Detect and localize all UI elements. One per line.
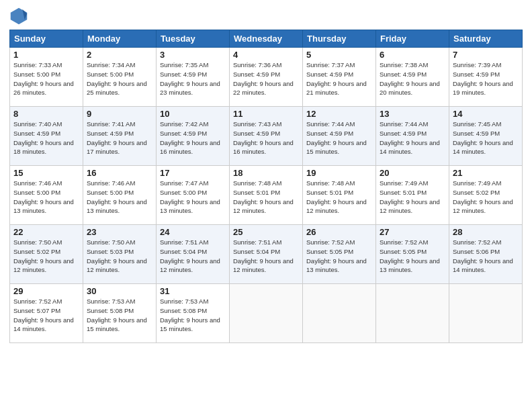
calendar-day-cell [376, 284, 449, 343]
day-of-week-header: Monday [83, 30, 157, 48]
day-number: 16 [87, 168, 152, 178]
calendar-day-cell: 12 Sunrise: 7:44 AM Sunset: 4:59 PM Dayl… [303, 107, 376, 166]
day-number: 1 [13, 50, 79, 60]
calendar-table: SundayMondayTuesdayWednesdayThursdayFrid… [9, 30, 523, 343]
calendar-day-cell [303, 284, 376, 343]
day-info: Sunrise: 7:44 AM Sunset: 4:59 PM Dayligh… [306, 120, 372, 156]
day-number: 5 [306, 50, 372, 60]
day-number: 9 [87, 109, 152, 119]
day-number: 4 [233, 50, 299, 60]
day-number: 27 [380, 227, 445, 237]
calendar-week-row: 15 Sunrise: 7:46 AM Sunset: 5:00 PM Dayl… [10, 166, 523, 225]
header [9, 7, 523, 26]
day-number: 14 [453, 109, 519, 119]
calendar-day-cell: 29 Sunrise: 7:52 AM Sunset: 5:07 PM Dayl… [10, 284, 83, 343]
day-info: Sunrise: 7:38 AM Sunset: 4:59 PM Dayligh… [380, 60, 445, 97]
day-number: 20 [380, 168, 445, 178]
day-number: 19 [306, 168, 372, 178]
calendar-day-cell: 24 Sunrise: 7:51 AM Sunset: 5:04 PM Dayl… [157, 225, 230, 284]
day-of-week-header: Sunday [10, 30, 83, 48]
day-number: 15 [13, 168, 79, 178]
day-info: Sunrise: 7:48 AM Sunset: 5:01 PM Dayligh… [306, 179, 372, 216]
calendar-day-cell: 4 Sunrise: 7:36 AM Sunset: 4:59 PM Dayli… [230, 48, 303, 107]
day-number: 22 [13, 227, 79, 237]
day-number: 29 [13, 286, 79, 296]
calendar-day-cell: 21 Sunrise: 7:49 AM Sunset: 5:02 PM Dayl… [449, 166, 523, 225]
day-info: Sunrise: 7:51 AM Sunset: 5:04 PM Dayligh… [233, 238, 299, 275]
day-info: Sunrise: 7:33 AM Sunset: 5:00 PM Dayligh… [13, 60, 79, 97]
calendar-day-cell: 8 Sunrise: 7:40 AM Sunset: 4:59 PM Dayli… [10, 107, 83, 166]
day-info: Sunrise: 7:46 AM Sunset: 5:00 PM Dayligh… [13, 179, 79, 216]
day-info: Sunrise: 7:47 AM Sunset: 5:00 PM Dayligh… [160, 179, 226, 216]
day-number: 10 [160, 109, 226, 119]
day-info: Sunrise: 7:35 AM Sunset: 4:59 PM Dayligh… [160, 60, 226, 97]
day-info: Sunrise: 7:52 AM Sunset: 5:05 PM Dayligh… [306, 238, 372, 275]
day-number: 30 [87, 286, 152, 296]
calendar-day-cell: 31 Sunrise: 7:53 AM Sunset: 5:08 PM Dayl… [157, 284, 230, 343]
calendar-day-cell: 26 Sunrise: 7:52 AM Sunset: 5:05 PM Dayl… [303, 225, 376, 284]
day-number: 3 [160, 50, 226, 60]
day-number: 25 [233, 227, 299, 237]
day-number: 12 [306, 109, 372, 119]
calendar-week-row: 1 Sunrise: 7:33 AM Sunset: 5:00 PM Dayli… [10, 48, 523, 107]
day-info: Sunrise: 7:43 AM Sunset: 4:59 PM Dayligh… [233, 120, 299, 156]
day-info: Sunrise: 7:53 AM Sunset: 5:08 PM Dayligh… [160, 297, 226, 334]
calendar-day-cell: 19 Sunrise: 7:48 AM Sunset: 5:01 PM Dayl… [303, 166, 376, 225]
calendar-header-row: SundayMondayTuesdayWednesdayThursdayFrid… [10, 30, 523, 48]
day-info: Sunrise: 7:34 AM Sunset: 5:00 PM Dayligh… [87, 60, 152, 97]
day-info: Sunrise: 7:49 AM Sunset: 5:02 PM Dayligh… [453, 179, 519, 216]
calendar-day-cell: 15 Sunrise: 7:46 AM Sunset: 5:00 PM Dayl… [10, 166, 83, 225]
day-info: Sunrise: 7:44 AM Sunset: 4:59 PM Dayligh… [380, 120, 445, 156]
day-info: Sunrise: 7:37 AM Sunset: 4:59 PM Dayligh… [306, 60, 372, 97]
calendar-day-cell: 1 Sunrise: 7:33 AM Sunset: 5:00 PM Dayli… [10, 48, 83, 107]
calendar-day-cell: 7 Sunrise: 7:39 AM Sunset: 4:59 PM Dayli… [449, 48, 523, 107]
calendar-day-cell: 17 Sunrise: 7:47 AM Sunset: 5:00 PM Dayl… [157, 166, 230, 225]
day-info: Sunrise: 7:52 AM Sunset: 5:05 PM Dayligh… [380, 238, 445, 275]
logo [9, 7, 31, 26]
day-number: 31 [160, 286, 226, 296]
calendar-day-cell: 30 Sunrise: 7:53 AM Sunset: 5:08 PM Dayl… [83, 284, 157, 343]
day-info: Sunrise: 7:50 AM Sunset: 5:03 PM Dayligh… [87, 238, 152, 275]
day-info: Sunrise: 7:48 AM Sunset: 5:01 PM Dayligh… [233, 179, 299, 216]
day-info: Sunrise: 7:50 AM Sunset: 5:02 PM Dayligh… [13, 238, 79, 275]
calendar-day-cell: 6 Sunrise: 7:38 AM Sunset: 4:59 PM Dayli… [376, 48, 449, 107]
calendar-day-cell: 27 Sunrise: 7:52 AM Sunset: 5:05 PM Dayl… [376, 225, 449, 284]
day-number: 28 [453, 227, 519, 237]
day-info: Sunrise: 7:40 AM Sunset: 4:59 PM Dayligh… [13, 120, 79, 156]
calendar-day-cell: 28 Sunrise: 7:52 AM Sunset: 5:06 PM Dayl… [449, 225, 523, 284]
day-of-week-header: Friday [376, 30, 449, 48]
calendar-day-cell: 11 Sunrise: 7:43 AM Sunset: 4:59 PM Dayl… [230, 107, 303, 166]
calendar-day-cell: 20 Sunrise: 7:49 AM Sunset: 5:01 PM Dayl… [376, 166, 449, 225]
calendar-day-cell: 2 Sunrise: 7:34 AM Sunset: 5:00 PM Dayli… [83, 48, 157, 107]
day-number: 26 [306, 227, 372, 237]
day-info: Sunrise: 7:49 AM Sunset: 5:01 PM Dayligh… [380, 179, 445, 216]
calendar-week-row: 29 Sunrise: 7:52 AM Sunset: 5:07 PM Dayl… [10, 284, 523, 343]
calendar-day-cell: 14 Sunrise: 7:45 AM Sunset: 4:59 PM Dayl… [449, 107, 523, 166]
day-number: 7 [453, 50, 519, 60]
day-of-week-header: Wednesday [230, 30, 303, 48]
day-info: Sunrise: 7:39 AM Sunset: 4:59 PM Dayligh… [453, 60, 519, 97]
day-info: Sunrise: 7:52 AM Sunset: 5:07 PM Dayligh… [13, 297, 79, 334]
day-info: Sunrise: 7:52 AM Sunset: 5:06 PM Dayligh… [453, 238, 519, 275]
calendar-day-cell: 22 Sunrise: 7:50 AM Sunset: 5:02 PM Dayl… [10, 225, 83, 284]
calendar-day-cell: 9 Sunrise: 7:41 AM Sunset: 4:59 PM Dayli… [83, 107, 157, 166]
day-number: 6 [380, 50, 445, 60]
day-info: Sunrise: 7:46 AM Sunset: 5:00 PM Dayligh… [87, 179, 152, 216]
calendar-day-cell [230, 284, 303, 343]
calendar-body: 1 Sunrise: 7:33 AM Sunset: 5:00 PM Dayli… [10, 48, 523, 343]
calendar-day-cell: 13 Sunrise: 7:44 AM Sunset: 4:59 PM Dayl… [376, 107, 449, 166]
calendar-week-row: 22 Sunrise: 7:50 AM Sunset: 5:02 PM Dayl… [10, 225, 523, 284]
day-info: Sunrise: 7:36 AM Sunset: 4:59 PM Dayligh… [233, 60, 299, 97]
day-number: 24 [160, 227, 226, 237]
calendar-week-row: 8 Sunrise: 7:40 AM Sunset: 4:59 PM Dayli… [10, 107, 523, 166]
day-info: Sunrise: 7:45 AM Sunset: 4:59 PM Dayligh… [453, 120, 519, 156]
day-number: 17 [160, 168, 226, 178]
calendar-day-cell: 10 Sunrise: 7:42 AM Sunset: 4:59 PM Dayl… [157, 107, 230, 166]
day-number: 11 [233, 109, 299, 119]
day-number: 23 [87, 227, 152, 237]
calendar-day-cell: 5 Sunrise: 7:37 AM Sunset: 4:59 PM Dayli… [303, 48, 376, 107]
day-of-week-header: Tuesday [157, 30, 230, 48]
day-info: Sunrise: 7:42 AM Sunset: 4:59 PM Dayligh… [160, 120, 226, 156]
day-info: Sunrise: 7:51 AM Sunset: 5:04 PM Dayligh… [160, 238, 226, 275]
calendar-container: SundayMondayTuesdayWednesdayThursdayFrid… [0, 0, 532, 411]
